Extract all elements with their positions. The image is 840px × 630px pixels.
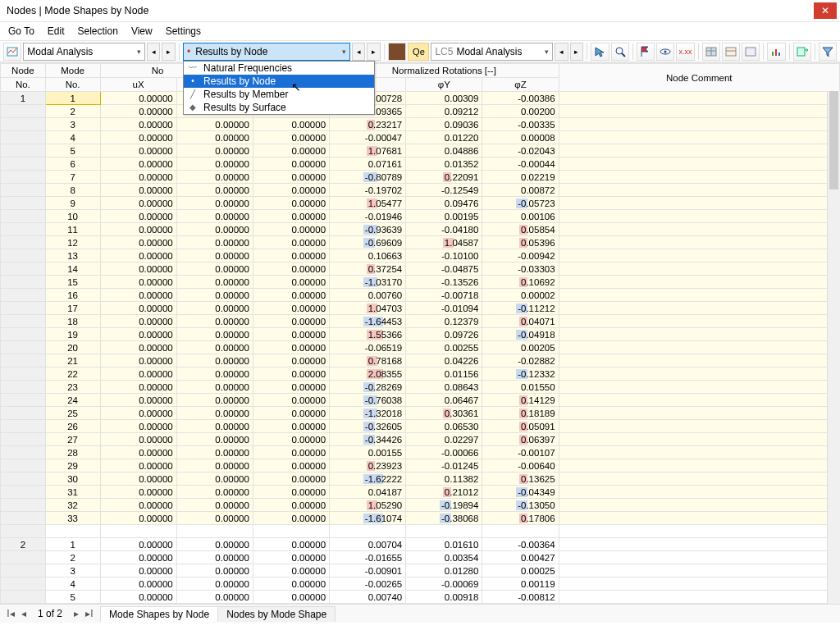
- svg-rect-13: [778, 52, 780, 56]
- table-row[interactable]: 40.000000.000000.00000-0.000470.012200.0…: [1, 131, 840, 144]
- page-indicator: 1 of 2: [38, 608, 62, 619]
- close-button[interactable]: ✕: [814, 2, 837, 19]
- toolbar: Modal Analysis▾ ◂ ▸ •Results by Node▾ 〰N…: [0, 40, 840, 62]
- table-row[interactable]: 30.000000.000000.000000.232170.09036-0.0…: [1, 118, 840, 131]
- menu-settings[interactable]: Settings: [161, 24, 206, 39]
- table-row[interactable]: 60.000000.000000.000000.012300.01410-0.0…: [1, 604, 840, 605]
- vertical-scrollbar[interactable]: [827, 91, 840, 604]
- nav-prev[interactable]: ◂: [18, 608, 30, 619]
- data-table-wrap: Node Mode Normalized Displacements [--] …: [0, 62, 840, 604]
- results-prev[interactable]: ◂: [352, 43, 366, 61]
- table-row[interactable]: 70.000000.000000.00000-0.807890.220910.0…: [1, 171, 840, 184]
- table-row[interactable]: 330.000000.000000.00000-1.61074-0.380680…: [1, 512, 840, 525]
- tool-flag-icon[interactable]: [637, 43, 655, 61]
- table-row[interactable]: 270.000000.000000.00000-0.344260.022970.…: [1, 433, 840, 446]
- tool-zoom-icon[interactable]: [611, 43, 629, 61]
- table-row[interactable]: 20.000000.000000.00000-0.093650.092120.0…: [1, 105, 840, 118]
- table-row[interactable]: 100.000000.000000.00000-0.019460.001950.…: [1, 210, 840, 223]
- svg-point-4: [664, 50, 667, 52]
- tool-chart-icon[interactable]: [767, 43, 785, 61]
- opt-results-by-surface[interactable]: ◆Results by Surface: [184, 101, 374, 114]
- tool-table2-icon[interactable]: [722, 43, 740, 61]
- menubar: Go To Edit Selection View Settings: [0, 22, 840, 40]
- table-row[interactable]: 50.000000.000000.000000.007400.00918-0.0…: [1, 591, 840, 604]
- modal-prev[interactable]: ◂: [147, 43, 161, 61]
- table-row[interactable]: 280.000000.000000.000000.00155-0.00066-0…: [1, 446, 840, 459]
- svg-point-1: [616, 48, 623, 54]
- tool-filter-icon[interactable]: [819, 43, 837, 61]
- table-row[interactable]: 230.000000.000000.00000-0.282690.086430.…: [1, 381, 840, 394]
- menu-view[interactable]: View: [126, 24, 158, 39]
- col-ux[interactable]: uX: [100, 78, 176, 92]
- data-table[interactable]: Node Mode Normalized Displacements [--] …: [0, 63, 840, 604]
- table-row[interactable]: 320.000000.000000.000001.05290-0.19894-0…: [1, 499, 840, 512]
- table-row[interactable]: 110.000000.000000.00000-0.93639-0.041800…: [1, 223, 840, 236]
- qe-button[interactable]: Qe: [408, 43, 429, 61]
- table-row[interactable]: 300.000000.000000.00000-1.622220.113820.…: [1, 472, 840, 486]
- window-title: Nodes | Mode Shapes by Node: [7, 5, 149, 16]
- modal-combo[interactable]: Modal Analysis▾: [23, 43, 144, 61]
- results-combo[interactable]: •Results by Node▾ 〰Natural Frequencies •…: [183, 43, 350, 61]
- statusbar: I◂ ◂ 1 of 2 ▸ ▸I Mode Shapes by Node Nod…: [0, 604, 840, 623]
- col-phiy[interactable]: φY: [406, 78, 482, 92]
- table-row[interactable]: 180.000000.000000.00000-1.644530.123790.…: [1, 315, 840, 328]
- brown-icon[interactable]: [388, 43, 406, 61]
- modal-icon[interactable]: [3, 43, 21, 61]
- table-row[interactable]: 120.000000.000000.00000-0.696091.045870.…: [1, 236, 840, 249]
- table-row[interactable]: 210.000000.000000.000000.007040.01610-0.…: [1, 538, 840, 551]
- nav-last[interactable]: ▸I: [84, 608, 95, 619]
- table-row[interactable]: 20.000000.000000.00000-0.016550.003540.0…: [1, 551, 840, 564]
- table-row[interactable]: 250.000000.000000.00000-1.320180.303610.…: [1, 407, 840, 420]
- table-row[interactable]: 220.000000.000000.000002.083550.01156-0.…: [1, 368, 840, 381]
- tool-table3-icon[interactable]: [742, 43, 760, 61]
- table-row[interactable]: 140.000000.000000.000000.37254-0.04875-0…: [1, 262, 840, 276]
- opt-natural-frequencies[interactable]: 〰Natural Frequencies: [184, 62, 374, 75]
- lc-prev[interactable]: ◂: [555, 43, 568, 61]
- titlebar: Nodes | Mode Shapes by Node ✕: [0, 0, 840, 22]
- table-row[interactable]: 90.000000.000000.000001.054770.09476-0.0…: [1, 197, 840, 210]
- modal-next[interactable]: ▸: [162, 43, 176, 61]
- col-comment[interactable]: Node Comment: [559, 64, 839, 92]
- table-row[interactable]: 290.000000.000000.000000.23923-0.01245-0…: [1, 459, 840, 472]
- table-row[interactable]: 80.000000.000000.00000-0.19702-0.125490.…: [1, 184, 840, 197]
- tool-precision-icon[interactable]: x.xx: [676, 43, 694, 61]
- loadcase-combo[interactable]: LC5Modal Analysis▾: [431, 43, 552, 61]
- table-row[interactable]: 110.000000.000000.000000.007280.00309-0.…: [1, 92, 840, 105]
- results-dropdown: 〰Natural Frequencies •Results by Node ╱R…: [183, 61, 375, 115]
- menu-selection[interactable]: Selection: [73, 24, 123, 39]
- table-row[interactable]: 310.000000.000000.000000.041870.21012-0.…: [1, 486, 840, 499]
- table-row[interactable]: 240.000000.000000.00000-0.760380.064670.…: [1, 394, 840, 407]
- tool-eye-icon[interactable]: [656, 43, 674, 61]
- table-row[interactable]: 50.000000.000000.000001.076810.04886-0.0…: [1, 144, 840, 158]
- results-next[interactable]: ▸: [367, 43, 381, 61]
- table-row[interactable]: 210.000000.000000.000000.781680.04226-0.…: [1, 354, 840, 368]
- table-row[interactable]: 160.000000.000000.000000.00760-0.007180.…: [1, 289, 840, 302]
- menu-goto[interactable]: Go To: [3, 24, 39, 39]
- svg-rect-8: [726, 48, 736, 56]
- table-row[interactable]: 60.000000.000000.000000.071610.01352-0.0…: [1, 158, 840, 171]
- svg-rect-14: [797, 48, 805, 56]
- svg-line-2: [622, 53, 625, 57]
- tab-mode-shapes-by-node[interactable]: Mode Shapes by Node: [100, 606, 218, 622]
- tool-export-icon[interactable]: [793, 43, 811, 61]
- table-row[interactable]: 40.000000.000000.00000-0.00265-0.000690.…: [1, 578, 840, 591]
- tool-table1-icon[interactable]: [702, 43, 720, 61]
- table-row[interactable]: 170.000000.000000.000001.04703-0.01094-0…: [1, 302, 840, 315]
- table-row[interactable]: 260.000000.000000.00000-0.326050.065300.…: [1, 420, 840, 433]
- opt-results-by-member[interactable]: ╱Results by Member: [184, 88, 374, 101]
- table-row[interactable]: 190.000000.000000.000001.553660.09726-0.…: [1, 328, 840, 341]
- table-row[interactable]: 30.000000.000000.00000-0.009010.012800.0…: [1, 564, 840, 578]
- tool-select-icon[interactable]: [591, 43, 609, 61]
- table-row[interactable]: 200.000000.000000.00000-0.065190.002550.…: [1, 341, 840, 354]
- opt-results-by-node[interactable]: •Results by Node: [184, 75, 374, 88]
- table-row[interactable]: 130.000000.000000.000000.10663-0.10100-0…: [1, 249, 840, 262]
- col-phiz[interactable]: φZ: [482, 78, 559, 92]
- tab-nodes-by-mode-shape[interactable]: Nodes by Mode Shape: [217, 606, 336, 622]
- nav-first[interactable]: I◂: [5, 608, 16, 619]
- col-mode-no[interactable]: Mode: [45, 64, 100, 78]
- lc-next[interactable]: ▸: [570, 43, 584, 61]
- menu-edit[interactable]: Edit: [43, 24, 70, 39]
- col-node-no[interactable]: Node: [1, 64, 46, 78]
- nav-next[interactable]: ▸: [71, 608, 82, 619]
- table-row[interactable]: 150.000000.000000.00000-1.03170-0.135260…: [1, 276, 840, 289]
